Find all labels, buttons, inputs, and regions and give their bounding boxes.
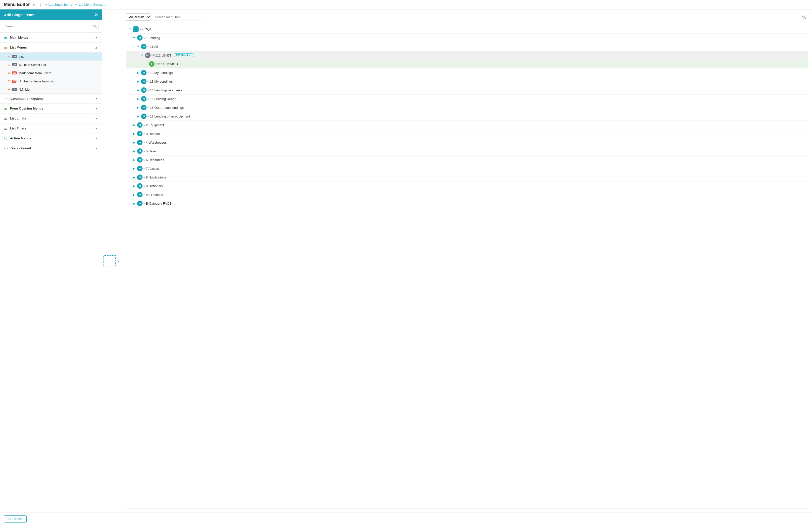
- tree-node-7access[interactable]: ▶ M M 7 Access: [126, 164, 808, 173]
- label-2: 2 Equipment: [146, 123, 164, 127]
- tree-node-4warehouses[interactable]: ▶ M M 4 Warehouses: [126, 138, 808, 147]
- toggle-b[interactable]: ▶: [132, 202, 136, 205]
- category-form-opening-header[interactable]: ☰ Form Opening Menus ▼: [0, 104, 102, 113]
- tree-node-13mylendings[interactable]: ▶ M M 13 My Lendings: [126, 77, 808, 86]
- badge-f-1111comod: F: [155, 63, 157, 65]
- cancel-icon: ⊘: [8, 517, 11, 521]
- toggle-3[interactable]: ▶: [132, 132, 136, 135]
- db-icon-111lendi: DB: [145, 52, 151, 58]
- toggle-111lendi[interactable]: ▼: [140, 54, 144, 57]
- toggle-12[interactable]: ▶: [136, 71, 140, 74]
- toggle-6[interactable]: ▶: [132, 158, 136, 162]
- nn-list-icon: ≡: [8, 87, 10, 91]
- subitem-list[interactable]: ≡ DB List: [0, 52, 102, 61]
- toggle-2[interactable]: ▶: [132, 123, 136, 127]
- subitem-multiple-label: Multiple Select List: [19, 63, 46, 67]
- tree-node-6resources[interactable]: ▶ M M 6 Resources: [126, 155, 808, 164]
- toggle-1lending[interactable]: ▼: [132, 36, 136, 39]
- label-8: 8 Notifications: [146, 176, 167, 179]
- right-panel: All Results Menus Forms 🔍 ▼: [122, 10, 812, 512]
- label-9: 9 Dictionary: [146, 184, 163, 188]
- top-bar-divider: |: [40, 2, 41, 7]
- tree-node-111lendi[interactable]: ▼ DB DB 111 LENDI DB New List: [126, 51, 808, 60]
- tree-node-aexpenses[interactable]: ▶ M M A Expenses: [126, 191, 808, 199]
- form-opening-label: Form Opening Menus: [10, 107, 43, 110]
- subitem-multiple-select-list[interactable]: ≡ DM Multiple Select List: [0, 61, 102, 69]
- tree-node-9dictionary[interactable]: ▶ M M 9 Dictionary: [126, 182, 808, 191]
- category-list-filters-header[interactable]: ☰ List Filters ▼: [0, 123, 102, 133]
- drag-arrow-icon: →: [115, 258, 121, 264]
- badge-m-7: M: [143, 167, 145, 170]
- list-icon: ≡: [8, 55, 10, 59]
- tree-node-17[interactable]: ▶ M M 17 Lending of an equipment: [126, 112, 808, 121]
- toggle-16[interactable]: ▶: [136, 106, 140, 109]
- no-icon: ⊘: [33, 3, 36, 7]
- discontinued-label: Discontinued: [11, 146, 31, 150]
- search-input[interactable]: [3, 22, 99, 30]
- category-action-menus-header[interactable]: ⬡ Action Menus ▼: [0, 133, 102, 143]
- tree-node-14[interactable]: ▶ M M 14 Lendings in a period: [126, 86, 808, 94]
- tree-node-8notifications[interactable]: ▶ M M 8 Notifications: [126, 173, 808, 182]
- category-continuation-header[interactable]: → Continuation Options ▼: [0, 94, 102, 103]
- category-main-menus-header[interactable]: ☰ Main Menus ▼: [0, 33, 102, 42]
- category-list-limits-header[interactable]: ☰ List Limits ▼: [0, 114, 102, 123]
- toggle-8[interactable]: ▶: [132, 176, 136, 179]
- category-discontinued-header[interactable]: ⋯ Discontinued ▼: [0, 144, 102, 153]
- tree-node-3repairs[interactable]: ▶ M M 3 Repairs: [126, 130, 808, 138]
- toggle-a[interactable]: ▶: [132, 193, 136, 196]
- subitem-mark-items[interactable]: ≡ DE Mark items from List to: [0, 69, 102, 77]
- tree-node-1111comod[interactable]: F F 1111 COMOD: [126, 60, 808, 69]
- tree-toolbar: All Results Menus Forms 🔍: [126, 13, 808, 21]
- tree-node-15[interactable]: ▶ M M 15 Lending Report: [126, 94, 808, 103]
- f-icon-1111comod: F: [149, 61, 155, 67]
- label-13: 13 My Lendings: [150, 80, 173, 84]
- form-opening-chevron: ▼: [95, 107, 98, 110]
- tree-search-input[interactable]: [153, 14, 204, 20]
- m-icon-6: M: [137, 157, 143, 163]
- subitem-mark-label: Mark items from List to: [19, 71, 51, 75]
- toggle-11all[interactable]: ▼: [136, 45, 140, 48]
- tree-node-gqt[interactable]: ▼ Mod GQT: [126, 25, 808, 34]
- panel-header: Add Single Items ✕: [0, 10, 102, 20]
- toggle-15[interactable]: ▶: [136, 97, 140, 101]
- label-5: 5 Sales: [146, 149, 157, 153]
- panel-close-btn[interactable]: ✕: [95, 13, 98, 17]
- subitem-unchecks[interactable]: ≡ DF Unchecks items from List: [0, 77, 102, 85]
- toggle-9[interactable]: ▶: [132, 184, 136, 188]
- toggle-gqt[interactable]: ▼: [128, 28, 132, 31]
- badge-m-6: M: [143, 159, 145, 161]
- discontinued-icon: ⋯: [4, 146, 8, 151]
- panel-title: Add Single Items: [4, 13, 34, 17]
- toggle-5[interactable]: ▶: [132, 150, 136, 153]
- mod-icon: [133, 26, 139, 32]
- tree-node-11all[interactable]: ▼ M M 11 All: [126, 42, 808, 51]
- category-action-menus: ⬡ Action Menus ▼: [0, 133, 102, 144]
- top-bar: Menu Editor ⊘ | + Add Single Items + Add…: [0, 0, 812, 10]
- tree-node-16[interactable]: ▶ M M 16 Out-of-date lendings: [126, 103, 808, 112]
- tree-node-2equipment[interactable]: ▶ M M 2 Equipment: [126, 121, 808, 130]
- category-list-filters: ☰ List Filters ▼: [0, 123, 102, 133]
- subitem-nn-list[interactable]: ≡ DC N:N List: [0, 85, 102, 94]
- add-menu-structure-btn[interactable]: + Add Menu Structure: [75, 3, 106, 6]
- add-single-items-btn[interactable]: + Add Single Items: [45, 3, 72, 6]
- toggle-17[interactable]: ▶: [136, 115, 140, 118]
- m-icon-12: M: [141, 70, 146, 75]
- search-icon: 🔍: [93, 25, 97, 28]
- tree-node-bcategoryfaqs[interactable]: ▶ M M B Category FAQS: [126, 199, 808, 208]
- label-1111comod: 1111 COMOD: [157, 62, 178, 66]
- m-icon-7: M: [137, 166, 143, 171]
- tree-node-1lending[interactable]: ▼ M M 1 Lending: [126, 34, 808, 42]
- category-list-menus-header[interactable]: ☰ List Menus ▲: [0, 43, 102, 52]
- cancel-button[interactable]: ⊘ Cancel: [4, 515, 27, 523]
- toggle-14[interactable]: ▶: [136, 89, 140, 92]
- toggle-7[interactable]: ▶: [132, 167, 136, 170]
- tree-filter-select[interactable]: All Results Menus Forms: [126, 13, 151, 21]
- toggle-13[interactable]: ▶: [136, 80, 140, 83]
- continuation-chevron: ▼: [95, 97, 98, 100]
- list-limits-label: List Limits: [10, 117, 26, 120]
- badge-m-11all: M: [147, 45, 150, 48]
- unchecks-icon: ≡: [8, 79, 10, 83]
- tree-node-12mylendings[interactable]: ▶ M M 12 My Lendings: [126, 69, 808, 77]
- toggle-4[interactable]: ▶: [132, 141, 136, 144]
- tree-node-5sales[interactable]: ▶ M M 5 Sales: [126, 147, 808, 155]
